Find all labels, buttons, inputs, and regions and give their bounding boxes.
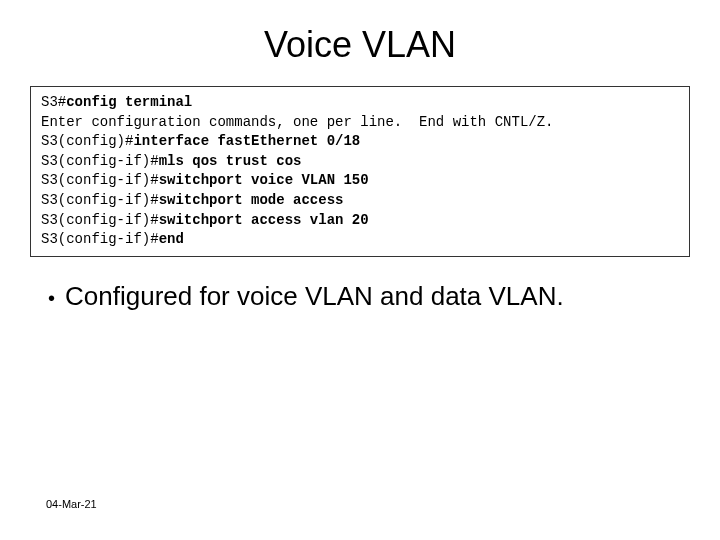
footer-date: 04-Mar-21 (46, 498, 97, 510)
terminal-line: S3(config-if)#end (41, 230, 679, 250)
terminal-command: interface fastEthernet 0/18 (133, 133, 360, 149)
terminal-command: end (159, 231, 184, 247)
terminal-prompt: S3(config-if)# (41, 212, 159, 228)
terminal-command: switchport access vlan 20 (159, 212, 369, 228)
terminal-prompt: S3(config)# (41, 133, 133, 149)
bullet-dot-icon: • (48, 281, 55, 315)
bullet-list: • Configured for voice VLAN and data VLA… (0, 257, 720, 315)
terminal-line: Enter configuration commands, one per li… (41, 113, 679, 133)
terminal-prompt: Enter configuration commands, one per li… (41, 114, 553, 130)
bullet-item: • Configured for voice VLAN and data VLA… (48, 281, 672, 315)
terminal-prompt: S3(config-if)# (41, 153, 159, 169)
terminal-line: S3(config-if)#switchport mode access (41, 191, 679, 211)
terminal-line: S3#config terminal (41, 93, 679, 113)
terminal-command: mls qos trust cos (159, 153, 302, 169)
terminal-command: config terminal (66, 94, 192, 110)
terminal-command: switchport mode access (159, 192, 344, 208)
terminal-prompt: S3(config-if)# (41, 172, 159, 188)
bullet-text: Configured for voice VLAN and data VLAN. (65, 281, 564, 312)
terminal-line: S3(config-if)#switchport access vlan 20 (41, 211, 679, 231)
terminal-line: S3(config-if)#switchport voice VLAN 150 (41, 171, 679, 191)
terminal-line: S3(config-if)#mls qos trust cos (41, 152, 679, 172)
terminal-prompt: S3(config-if)# (41, 192, 159, 208)
terminal-line: S3(config)#interface fastEthernet 0/18 (41, 132, 679, 152)
slide-title: Voice VLAN (0, 0, 720, 86)
terminal-command: switchport voice VLAN 150 (159, 172, 369, 188)
terminal-output: S3#config terminal Enter configuration c… (30, 86, 690, 257)
terminal-prompt: S3# (41, 94, 66, 110)
terminal-prompt: S3(config-if)# (41, 231, 159, 247)
